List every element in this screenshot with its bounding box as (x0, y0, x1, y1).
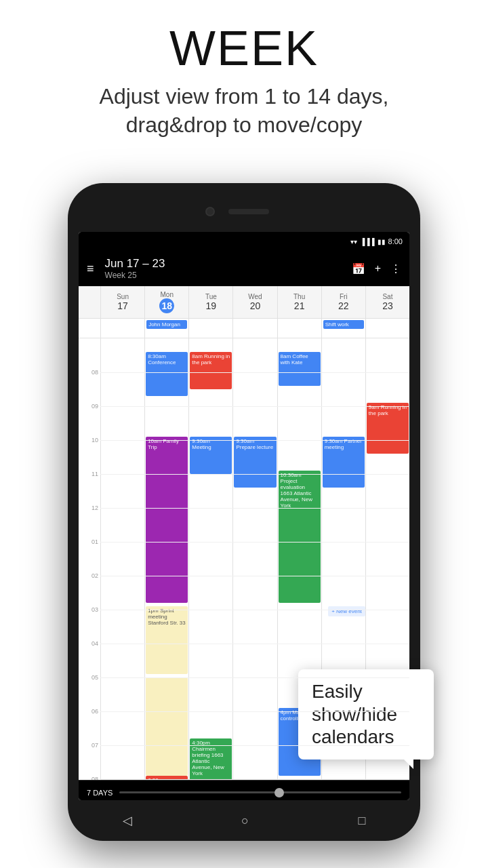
day-header-wed: Wed 20 (232, 286, 277, 318)
menu-button[interactable]: ≡ (87, 262, 94, 276)
days-slider[interactable] (119, 791, 401, 793)
event-thomas[interactable]: 6:30pm Thomas' football match (146, 776, 188, 780)
day-header-tue: Tue 19 (188, 286, 232, 318)
allday-thu (277, 319, 321, 338)
time-labels: 08 09 10 11 12 01 02 03 04 05 06 07 08 0… (79, 338, 100, 780)
app-toolbar: ≡ Jun 17 – 23 Week 25 📅 + ⋮ (79, 251, 409, 286)
time-01: 01 (92, 538, 98, 545)
time-08b: 08 (92, 776, 98, 780)
event-meeting-tue[interactable]: 9:30am Meeting (190, 437, 232, 474)
day-header-sat: Sat 23 (365, 286, 409, 318)
slider-thumb[interactable] (274, 788, 284, 797)
allday-row: John Morgan Shift work (79, 319, 409, 338)
time-03: 03 (92, 606, 98, 613)
nav-back-button[interactable]: ◁ (123, 813, 132, 828)
day-header-thu: Thu 21 (277, 286, 321, 318)
event-partner[interactable]: 9:30am Partner meeting (323, 437, 365, 488)
time-12: 12 (92, 505, 98, 511)
day-headers: Sun 17 Mon 18 Tue 19 Wed 20 Thu 21 (79, 286, 409, 319)
time-09: 09 (92, 403, 98, 410)
allday-event-john[interactable]: John Morgan (146, 320, 187, 329)
nav-recent-button[interactable]: □ (358, 814, 365, 828)
allday-mon: John Morgan (144, 319, 188, 338)
time-04: 04 (92, 640, 98, 647)
battery-icon: ▮▮ (378, 238, 386, 245)
event-running-sat[interactable]: 9am Running in the park (367, 403, 409, 454)
time-11: 11 (92, 471, 98, 477)
allday-event-shift[interactable]: Shift work (323, 320, 364, 329)
time-08: 08 (92, 369, 98, 376)
time-07: 07 (92, 742, 98, 749)
col-sun (100, 338, 144, 780)
phone-top-area (68, 194, 420, 229)
time-10: 10 (92, 437, 98, 443)
event-yellow2[interactable] (146, 677, 188, 776)
toolbar-actions: 📅 + ⋮ (352, 262, 401, 275)
day-header-sun: Sun 17 (100, 286, 144, 318)
event-project[interactable]: 10:30am Project evaluation 1663 Atlantic… (279, 471, 321, 603)
col-wed: 9:30am Prepare lecture (232, 338, 277, 780)
time-02: 02 (92, 572, 98, 579)
page-title: WEEK (14, 20, 474, 76)
more-options-button[interactable]: ⋮ (390, 262, 401, 275)
allday-sun (100, 319, 144, 338)
event-sprint[interactable]: 1pm Sprint meeting Stanford Str. 33 (146, 606, 188, 674)
col-tue: 8am Running in the park 9:30am Meeting 4… (188, 338, 232, 780)
page-subtitle: Adjust view from 1 to 14 days,drag&drop … (14, 83, 474, 139)
allday-label (79, 319, 100, 338)
speaker (228, 209, 269, 214)
time-col-header (79, 286, 100, 318)
phone-device: ▾▾ ▐▐▐ ▮▮ 8:00 ≡ Jun 17 – 23 Week 25 📅 +… (68, 183, 420, 841)
calendar-icon[interactable]: 📅 (352, 262, 365, 275)
new-event-hint[interactable]: + New event (328, 606, 365, 616)
tooltip-box: Easily show/hide calendars (298, 669, 434, 760)
day-header-mon: Mon 18 (144, 286, 188, 318)
event-conference[interactable]: 8:30am Conference (146, 352, 188, 396)
bottom-bar: 7 DAYS (79, 780, 409, 800)
wifi-icon: ▾▾ (350, 238, 357, 245)
allday-cells: John Morgan Shift work (100, 319, 409, 338)
signal-icon: ▐▐▐ (360, 238, 374, 245)
day-header-fri: Fri 22 (321, 286, 365, 318)
nav-home-button[interactable]: ○ (241, 814, 249, 828)
event-prepare[interactable]: 9:30am Prepare lecture (234, 437, 276, 488)
nav-bar: ◁ ○ □ (68, 806, 420, 835)
add-event-button[interactable]: + (375, 262, 381, 275)
status-time: 8:00 (388, 237, 403, 245)
event-coffee[interactable]: 8am Coffee with Kate (279, 352, 321, 386)
camera (205, 207, 215, 216)
col-mon: 8:30am Conference 10am Family Trip 1pm S… (144, 338, 188, 780)
event-running-tue[interactable]: 8am Running in the park (190, 352, 232, 389)
status-bar: ▾▾ ▐▐▐ ▮▮ 8:00 (79, 232, 409, 251)
date-range: Jun 17 – 23 (105, 257, 352, 271)
tooltip-text: Easily show/hide calendars (312, 681, 397, 747)
time-06: 06 (92, 708, 98, 715)
week-label: Week 25 (105, 271, 352, 280)
allday-sat (365, 319, 409, 338)
allday-fri: Shift work (321, 319, 365, 338)
allday-tue (188, 319, 232, 338)
page-header: WEEK Adjust view from 1 to 14 days,drag&… (0, 0, 488, 153)
days-label: 7 DAYS (87, 789, 113, 797)
date-info: Jun 17 – 23 Week 25 (105, 257, 352, 280)
time-05: 05 (92, 674, 98, 681)
event-family-trip[interactable]: 10am Family Trip (146, 437, 188, 603)
allday-wed (232, 319, 277, 338)
event-chairmen[interactable]: 4:30pm Chairmen briefing 1663 Atlantic A… (190, 738, 232, 780)
